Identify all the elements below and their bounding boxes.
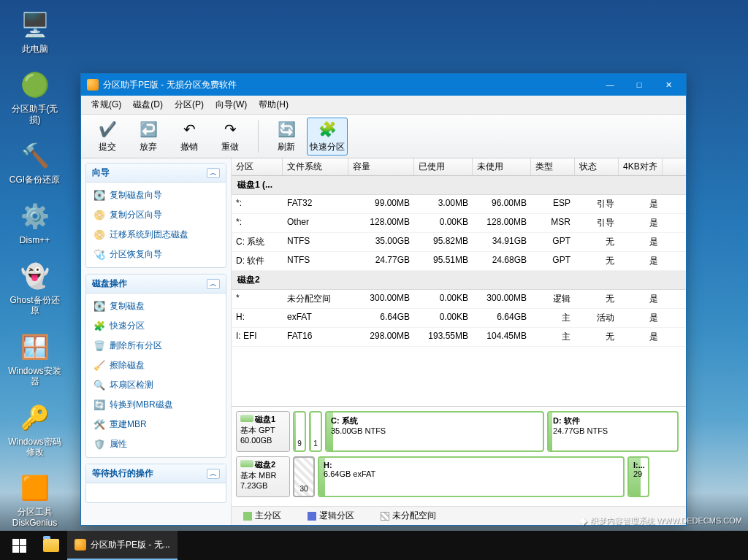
titlebar[interactable]: 分区助手PE版 - 无损分区免费软件 — □ ✕ (81, 74, 686, 96)
diskmap-partition[interactable]: 9 (293, 411, 306, 452)
file-explorer-button[interactable] (35, 531, 67, 560)
sidebar-item-label: 属性 (110, 438, 127, 450)
sidebar-item[interactable]: 🛡️ 属性 (86, 434, 226, 454)
partition-row[interactable]: D: 软件 NTFS 24.77GB 95.51MB 24.68GB GPT 无… (232, 252, 686, 271)
cell-used: 0.00KB (414, 217, 473, 229)
sidebar-item-icon: 📀 (94, 210, 105, 221)
diskmap-part-size: 24.77GB NTFS (553, 426, 673, 435)
desktop-icon-label: 此电脑 (7, 44, 62, 54)
menu-item[interactable]: 常规(G) (85, 96, 127, 113)
desktop-icon[interactable]: 🟢 分区助手(无损) (7, 67, 62, 125)
sidebar-item-icon: 🛠️ (94, 419, 105, 431)
diskmap-disk[interactable]: 磁盘1 基本 GPT60.00GB (236, 411, 290, 452)
partition-row[interactable]: * 未分配空间 300.00MB 0.00KB 300.00MB 逻辑 无 是 (232, 290, 686, 309)
partition-row[interactable]: I: EFI FAT16 298.00MB 193.55MB 104.45MB … (232, 328, 686, 347)
disk-header[interactable]: 磁盘1 (... (232, 176, 686, 195)
sidebar-item[interactable]: 🩺 分区恢复向导 (86, 245, 226, 264)
cell-capacity: 99.00MB (348, 198, 414, 210)
sidebar-item-icon: 📀 (94, 229, 105, 241)
column-header[interactable]: 容量 (348, 158, 414, 175)
sidebar-item[interactable]: 🔄 转换到MBR磁盘 (86, 395, 226, 415)
column-header[interactable]: 状态 (575, 158, 619, 175)
sidebar-item-icon: 💽 (94, 190, 105, 202)
cell-type: GPT (531, 255, 575, 267)
toolbar-button[interactable]: ✔️ 提交 (87, 118, 128, 156)
disk-icon (240, 460, 253, 467)
desktop-icon-img: 👻 (18, 258, 53, 294)
panel-header[interactable]: 向导 ︿ (86, 164, 226, 183)
legend-item: 主分区 (243, 510, 281, 522)
sidebar-item[interactable]: 🧩 快速分区 (86, 316, 226, 336)
disk-header[interactable]: 磁盘2 (232, 271, 686, 290)
partition-row[interactable]: H: exFAT 6.64GB 0.00KB 6.64GB 主 活动 是 (232, 309, 686, 328)
column-header[interactable]: 类型 (531, 158, 575, 175)
cell-status: 无 (575, 293, 619, 305)
diskmap-disk[interactable]: 磁盘2 基本 MBR7.23GB (236, 456, 290, 497)
partition-row[interactable]: *: FAT32 99.00MB 3.00MB 96.00MB ESP 引导 是 (232, 195, 686, 214)
diskmap-partition[interactable]: C: 系统 35.00GB NTFS (325, 411, 544, 452)
sidebar-item[interactable]: 🛠️ 重建MBR (86, 415, 226, 434)
sidebar-item[interactable]: 💽 复制磁盘 (86, 296, 226, 316)
taskbar-active-app[interactable]: 分区助手PE版 - 无... (67, 531, 178, 560)
desktop-icon[interactable]: 🔨 CGI备份还原 (7, 138, 62, 185)
toolbar-button[interactable]: 🧩 快速分区 (307, 118, 348, 156)
diskmap-part-size: 29 (633, 469, 644, 478)
desktop-icon[interactable]: 🔑 Windows密码修改 (7, 400, 62, 458)
diskmap-partition[interactable]: 30 (293, 456, 315, 497)
menu-item[interactable]: 帮助(H) (253, 96, 294, 113)
column-header[interactable]: 4KB对齐 (619, 158, 663, 175)
sidebar-panel: 等待执行的操作 ︿ (85, 464, 226, 503)
sidebar-item[interactable]: 🧹 擦除磁盘 (86, 356, 226, 375)
cell-capacity: 35.00GB (348, 236, 414, 248)
toolbar-button[interactable]: ↩️ 放弃 (128, 118, 169, 156)
diskmap-partition[interactable]: D: 软件 24.77GB NTFS (547, 411, 679, 452)
sidebar-item[interactable]: 💽 复制磁盘向导 (86, 185, 226, 205)
partition-list: 磁盘1 (... *: FAT32 99.00MB 3.00MB 96.00MB… (232, 176, 686, 406)
menu-item[interactable]: 磁盘(D) (127, 96, 169, 113)
panel-header[interactable]: 磁盘操作 ︿ (86, 275, 226, 294)
desktop-icon[interactable]: 🪟 Windows安装器 (7, 329, 62, 387)
column-header[interactable]: 文件系统 (283, 158, 348, 175)
desktop-icon[interactable]: ⚙️ Dism++ (7, 199, 62, 245)
toolbar-button[interactable]: ↷ 重做 (210, 118, 251, 156)
maximize-button[interactable]: □ (625, 74, 654, 95)
column-header[interactable]: 未使用 (473, 158, 531, 175)
minimize-button[interactable]: — (595, 74, 625, 95)
sidebar-item-label: 复制磁盘向导 (110, 189, 162, 202)
sidebar-item-icon: 🛡️ (94, 439, 105, 450)
sidebar-item[interactable]: 🔍 坏扇区检测 (86, 375, 226, 395)
sidebar-item[interactable]: 📀 迁移系统到固态磁盘 (86, 225, 226, 245)
column-header[interactable]: 分区 (232, 158, 283, 175)
collapse-icon[interactable]: ︿ (207, 279, 220, 289)
提交-icon: ✔️ (97, 119, 118, 139)
diskmap-partition[interactable]: H: 6.64GB exFAT (318, 456, 625, 497)
start-button[interactable] (3, 531, 35, 560)
collapse-icon[interactable]: ︿ (207, 168, 220, 178)
cell-used: 0.00KB (414, 293, 473, 305)
menu-item[interactable]: 向导(W) (210, 96, 253, 113)
cell-free: 96.00MB (473, 198, 531, 210)
toolbar-button[interactable]: ↶ 撤销 (169, 118, 210, 156)
sidebar-item[interactable]: 🗑️ 删除所有分区 (86, 336, 226, 356)
partition-row[interactable]: C: 系统 NTFS 35.00GB 95.82MB 34.91GB GPT 无… (232, 233, 686, 252)
close-button[interactable]: ✕ (654, 74, 683, 95)
toolbar-button-label: 刷新 (278, 141, 295, 153)
diskmap-partition[interactable]: 1 (309, 411, 322, 452)
taskbar-app-icon (75, 539, 86, 551)
toolbar-button[interactable]: 🔄 刷新 (266, 118, 307, 156)
cell-4k: 是 (619, 217, 663, 229)
partition-row[interactable]: *: Other 128.00MB 0.00KB 128.00MB MSR 引导… (232, 214, 686, 233)
collapse-icon[interactable]: ︿ (207, 469, 220, 479)
column-header[interactable]: 已使用 (414, 158, 473, 175)
desktop-icon-label: Windows安装器 (7, 366, 62, 387)
desktop-icon[interactable]: 👻 Ghost备份还原 (7, 258, 62, 316)
sidebar-item[interactable]: 📀 复制分区向导 (86, 205, 226, 225)
cell-capacity: 6.64GB (348, 312, 414, 324)
cell-fs: NTFS (283, 236, 348, 248)
desktop-icon[interactable]: 🖥️ 此电脑 (7, 7, 62, 54)
menu-item[interactable]: 分区(P) (169, 96, 210, 113)
diskmap-partition[interactable]: I:... 29 (627, 456, 649, 497)
cell-partition: C: 系统 (232, 236, 283, 248)
panel-header[interactable]: 等待执行的操作 ︿ (86, 464, 226, 483)
desktop-icon[interactable]: 🟧 分区工具DiskGenius (7, 470, 62, 528)
